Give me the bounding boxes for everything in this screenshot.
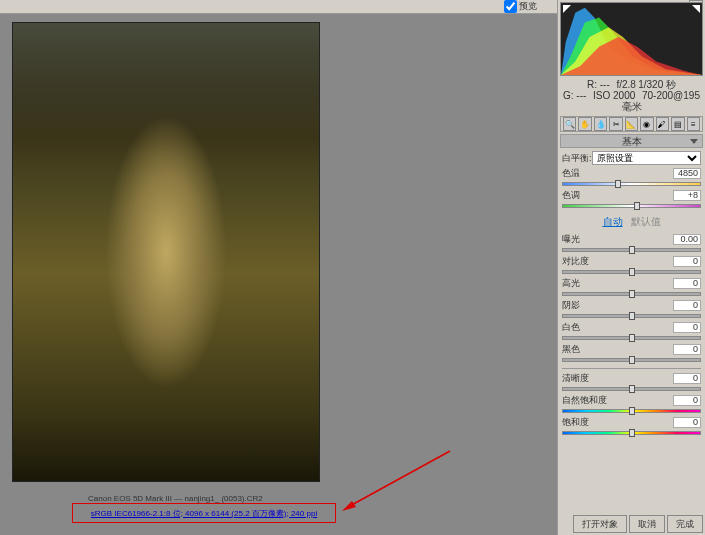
basic-header[interactable]: 基本 xyxy=(560,134,703,148)
exposure-slider[interactable]: 曝光0.00 xyxy=(562,234,701,254)
crop-icon[interactable]: ✂ xyxy=(609,117,622,131)
preview-checkbox[interactable] xyxy=(504,0,517,13)
chevron-down-icon xyxy=(690,139,698,144)
vibrance-slider[interactable]: 自然饱和度0 xyxy=(562,395,701,415)
svg-line-0 xyxy=(348,451,450,507)
wb-select[interactable]: 原照设置 xyxy=(592,151,701,165)
zoom-icon[interactable]: 🔍 xyxy=(563,117,576,131)
tool-row: 🔍 ✋ 💧 ✂ 📐 ◉ 🖌 ▤ ≡ xyxy=(560,116,703,132)
preview-panel: 预览 Canon EOS 5D Mark III — nanjing1_ (00… xyxy=(0,0,557,535)
saturation-slider[interactable]: 饱和度0 xyxy=(562,417,701,437)
camera-info: R: --- f/2.8 1/320 秒 G: --- ISO 2000 70-… xyxy=(558,78,705,115)
photo-preview[interactable] xyxy=(12,22,320,482)
blacks-slider[interactable]: 黑色0 xyxy=(562,344,701,364)
highlight-clip-icon[interactable] xyxy=(692,5,700,13)
svg-marker-1 xyxy=(342,501,356,511)
wb-icon[interactable]: 💧 xyxy=(594,117,607,131)
tint-slider[interactable]: 色调+8 xyxy=(562,190,701,210)
cancel-button[interactable]: 取消 xyxy=(629,515,665,533)
spot-icon[interactable]: ◉ xyxy=(640,117,653,131)
preview-toolbar: 预览 xyxy=(0,0,557,14)
annotation-arrow xyxy=(342,449,452,511)
clarity-slider[interactable]: 清晰度0 xyxy=(562,373,701,393)
straighten-icon[interactable]: 📐 xyxy=(625,117,638,131)
contrast-slider[interactable]: 对比度0 xyxy=(562,256,701,276)
adjustments-panel: R: --- f/2.8 1/320 秒 G: --- ISO 2000 70-… xyxy=(557,0,705,535)
highlights-slider[interactable]: 高光0 xyxy=(562,278,701,298)
file-link-box: sRGB IEC61966-2.1:8 位; 4096 x 6144 (25.2… xyxy=(72,503,336,523)
file-link[interactable]: sRGB IEC61966-2.1:8 位; 4096 x 6144 (25.2… xyxy=(91,508,317,519)
hand-icon[interactable]: ✋ xyxy=(578,117,591,131)
done-button[interactable]: 完成 xyxy=(667,515,703,533)
shadows-slider[interactable]: 阴影0 xyxy=(562,300,701,320)
histogram[interactable] xyxy=(560,2,703,76)
grad-icon[interactable]: ▤ xyxy=(671,117,684,131)
menu-icon[interactable]: ≡ xyxy=(687,117,700,131)
image-area: Canon EOS 5D Mark III — nanjing1_ (0053)… xyxy=(0,14,557,535)
preview-label: 预览 xyxy=(519,0,537,13)
whites-slider[interactable]: 白色0 xyxy=(562,322,701,342)
default-link[interactable]: 默认值 xyxy=(631,215,661,229)
shadow-clip-icon[interactable] xyxy=(563,5,571,13)
auto-default-row: 自动 默认值 xyxy=(558,215,705,229)
bottom-bar: 打开对象 取消 完成 xyxy=(573,515,703,533)
brush-icon[interactable]: 🖌 xyxy=(656,117,669,131)
wb-label: 白平衡: xyxy=(562,152,592,165)
auto-link[interactable]: 自动 xyxy=(603,215,623,229)
open-button[interactable]: 打开对象 xyxy=(573,515,627,533)
temp-slider[interactable]: 色温4850 xyxy=(562,168,701,188)
camera-metadata: Canon EOS 5D Mark III — nanjing1_ (0053)… xyxy=(88,494,263,503)
